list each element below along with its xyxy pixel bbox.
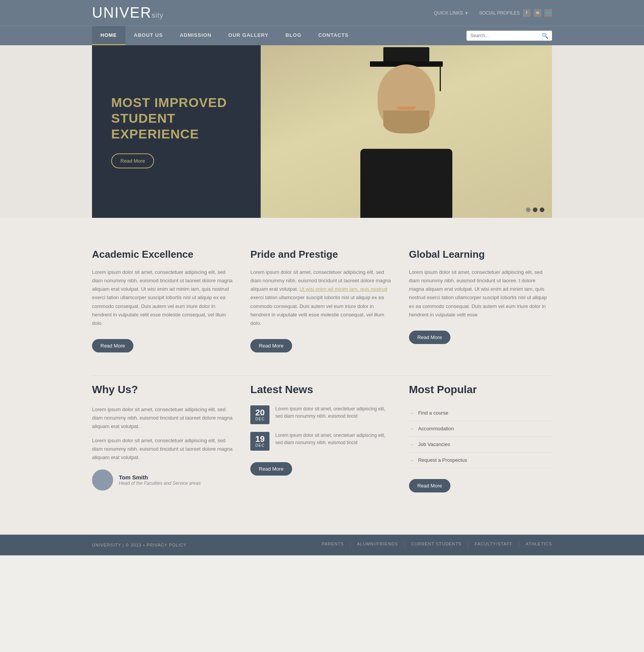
- feature-academic-text: Lorem ipsum dolor sit amet, consectetuer…: [92, 268, 235, 328]
- news-day-2: 19: [255, 435, 265, 443]
- logo-sub: sity: [152, 12, 164, 20]
- footer-links: PARENTS | ALUMNI/FRIENDS | CURRENT STUDE…: [322, 542, 552, 548]
- footer-link-parents[interactable]: PARENTS: [322, 542, 344, 548]
- top-bar: UNIVER sity QUICK LINKS ▾ SOCIAL PROFILE…: [0, 0, 644, 26]
- footer-divider-3: |: [467, 542, 469, 548]
- logo-main: UNIVER: [92, 5, 152, 21]
- nav-admission[interactable]: ADMISSION: [171, 26, 220, 45]
- why-us-text1: Lorem ipsum dolor sit amet, consectetuer…: [92, 405, 235, 431]
- nav-gallery[interactable]: OUR GALLERY: [220, 26, 277, 45]
- popular-section: Most Popular → Find a course → Accommoda…: [409, 384, 552, 492]
- popular-link-3[interactable]: → Job Vacancies: [409, 437, 552, 453]
- footer-divider-4: |: [518, 542, 520, 548]
- hero-image-panel: [261, 45, 552, 218]
- social-profiles-label: SOCIAL PROFILES: [479, 10, 520, 16]
- popular-link-label-3: Job Vacancies: [418, 441, 450, 447]
- feature-pride-readmore[interactable]: Read More: [250, 339, 292, 352]
- nav-about[interactable]: ABOUT US: [125, 26, 171, 45]
- feature-pride: Pride and Prestige Lorem ipsum dolor sit…: [250, 249, 393, 352]
- hero-slider: MOST IMPROVED STUDENT EXPERIENCE Read Mo…: [92, 45, 552, 218]
- arrow-icon-4: →: [409, 457, 414, 463]
- popular-link-label-4: Request a Prospectus: [418, 457, 467, 463]
- slider-dot-2[interactable]: [533, 207, 537, 212]
- feature-academic-readmore[interactable]: Read More: [92, 339, 133, 352]
- social-profiles: SOCIAL PROFILES f ✉ 🐦: [479, 9, 552, 17]
- footer-link-faculty[interactable]: FACULTY/STAFF: [475, 542, 513, 548]
- nav-contacts[interactable]: CONTACTS: [310, 26, 357, 45]
- feature-academic: Academic Excellence Lorem ipsum dolor si…: [92, 249, 235, 352]
- news-section: Latest News 20 DEC Lorem ipsum dolor sit…: [250, 384, 393, 492]
- news-text-2: Lorem ipsum dolor sit amet, onectetuer a…: [275, 432, 393, 446]
- testimonial: Tom Smith Head of the Faculties and Serv…: [92, 469, 235, 491]
- avatar-image: [92, 469, 113, 491]
- quick-links-label: QUICK LINKS: [434, 10, 463, 16]
- news-day-1: 20: [255, 408, 265, 417]
- popular-title: Most Popular: [409, 384, 552, 396]
- news-title: Latest News: [250, 384, 393, 396]
- avatar: [92, 469, 113, 491]
- instagram-icon[interactable]: ✉: [534, 9, 541, 17]
- nav-bar: HOME ABOUT US ADMISSION OUR GALLERY BLOG…: [0, 26, 644, 45]
- hero-text-panel: MOST IMPROVED STUDENT EXPERIENCE Read Mo…: [92, 45, 261, 218]
- feature-global-title: Global Learning: [409, 249, 552, 260]
- dropdown-icon: ▾: [465, 10, 468, 16]
- slider-dot-3[interactable]: [540, 207, 544, 212]
- news-month-2: DEC: [255, 443, 265, 448]
- footer-copyright: UNIVERSITY | © 2013 • PRIVACY POLICY: [92, 543, 187, 547]
- footer-link-alumni[interactable]: ALUMNI/FRIENDS: [357, 542, 398, 548]
- news-text-1: Lorem ipsum dolor sit amet, onectetuer a…: [275, 405, 393, 420]
- news-date-1: 20 DEC: [250, 405, 269, 424]
- arrow-icon-3: →: [409, 441, 414, 448]
- feature-global: Global Learning Lorem ipsum dolor sit am…: [409, 249, 552, 352]
- person-role: Head of the Faculties and Service areas: [119, 481, 200, 486]
- testimonial-info: Tom Smith Head of the Faculties and Serv…: [119, 474, 200, 486]
- feature-global-readmore[interactable]: Read More: [409, 331, 450, 344]
- footer-link-students[interactable]: CURRENT STUDENTS: [411, 542, 462, 548]
- facebook-icon[interactable]: f: [523, 9, 531, 17]
- hero-section: MOST IMPROVED STUDENT EXPERIENCE Read Mo…: [0, 45, 644, 218]
- quick-links[interactable]: QUICK LINKS ▾: [434, 10, 468, 16]
- hero-cta-button[interactable]: Read More: [111, 153, 154, 168]
- nav-blog[interactable]: BLOG: [277, 26, 310, 45]
- search-icon[interactable]: 🔍: [542, 33, 548, 39]
- popular-readmore[interactable]: Read More: [409, 479, 450, 492]
- search-bar: 🔍: [467, 31, 552, 41]
- popular-link-2[interactable]: → Accommodation: [409, 421, 552, 437]
- top-right-area: QUICK LINKS ▾ SOCIAL PROFILES f ✉ 🐦: [434, 9, 552, 17]
- slider-dots: [526, 207, 544, 212]
- hero-title: MOST IMPROVED STUDENT EXPERIENCE: [111, 95, 242, 142]
- slider-dot-1[interactable]: [526, 207, 531, 212]
- main-content: Academic Excellence Lorem ipsum dolor si…: [92, 229, 552, 535]
- news-item-2: 19 DEC Lorem ipsum dolor sit amet, onect…: [250, 432, 393, 451]
- nav-home[interactable]: HOME: [92, 26, 125, 45]
- main-area: Academic Excellence Lorem ipsum dolor si…: [0, 218, 644, 535]
- why-us-title: Why Us?: [92, 384, 235, 396]
- feature-pride-title: Pride and Prestige: [250, 249, 393, 260]
- why-us-section: Why Us? Lorem ipsum dolor sit amet, cons…: [92, 384, 235, 492]
- person-name: Tom Smith: [119, 474, 200, 481]
- feature-global-text: Lorem ipsum dolor sit amet, consectetuer…: [409, 268, 552, 319]
- footer-divider-1: |: [350, 542, 351, 548]
- feature-pride-text: Lorem ipsum dolor sit amet, consectetuer…: [250, 268, 393, 328]
- bottom-row: Why Us? Lorem ipsum dolor sit amet, cons…: [92, 384, 552, 492]
- arrow-icon-2: →: [409, 426, 414, 432]
- twitter-icon[interactable]: 🐦: [544, 9, 552, 17]
- news-readmore[interactable]: Read More: [250, 462, 292, 476]
- section-divider: [92, 375, 552, 376]
- popular-link-4[interactable]: → Request a Prospectus: [409, 453, 552, 468]
- footer-divider-2: |: [404, 542, 405, 548]
- news-month-1: DEC: [255, 417, 265, 421]
- footer-link-athletics[interactable]: ATHLETICS: [526, 542, 552, 548]
- logo[interactable]: UNIVER sity: [92, 5, 164, 21]
- feature-pride-link[interactable]: Ut wisi enim ad minim iam, quis nostrud: [299, 286, 387, 292]
- search-input[interactable]: [470, 33, 539, 38]
- popular-link-1[interactable]: → Find a course: [409, 405, 552, 421]
- popular-link-label-1: Find a course: [418, 410, 449, 416]
- why-us-text2: Lorem ipsum dolor sit amet, consectetuer…: [92, 436, 235, 462]
- arrow-icon-1: →: [409, 410, 414, 416]
- features-row: Academic Excellence Lorem ipsum dolor si…: [92, 249, 552, 352]
- feature-academic-title: Academic Excellence: [92, 249, 235, 260]
- news-date-2: 19 DEC: [250, 432, 269, 451]
- popular-link-label-2: Accommodation: [418, 426, 454, 431]
- news-item-1: 20 DEC Lorem ipsum dolor sit amet, onect…: [250, 405, 393, 424]
